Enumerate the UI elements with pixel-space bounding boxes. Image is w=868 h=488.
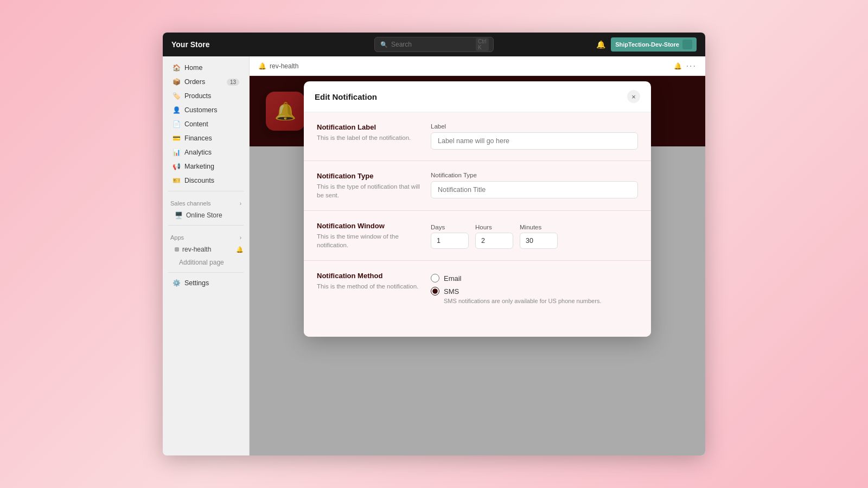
form-section-window-left: Notification Window This is the time win…: [317, 222, 420, 249]
form-section-method-right: Email SMS SMS notifications are only ava…: [431, 272, 638, 304]
sidebar-divider-2: [168, 225, 244, 226]
search-bar[interactable]: 🔍 Ctrl K: [374, 37, 494, 52]
edit-notification-modal: Edit Notification × Notification Label T…: [304, 81, 651, 337]
breadcrumb-text: rev-health: [270, 62, 298, 70]
search-shortcut: Ctrl K: [476, 38, 489, 51]
sidebar-item-label-finances: Finances: [184, 134, 212, 142]
label-section-title: Notification Label: [317, 123, 420, 131]
additional-page-label: Additional page: [179, 259, 224, 266]
form-section-type-left: Notification Type This is the type of no…: [317, 172, 420, 200]
radio-email[interactable]: Email: [431, 274, 638, 282]
sidebar: 🏠 Home 📦 Orders 13 🏷️ Products 👤 Custome…: [163, 56, 250, 455]
sidebar-divider-3: [168, 272, 244, 273]
store-badge-label: ShipTection-Dev-Store: [615, 41, 679, 48]
method-section-desc: This is the method of the notification.: [317, 282, 420, 291]
method-section-title: Notification Method: [317, 272, 420, 280]
top-bar-right: 🔔 ShipTection-Dev-Store: [494, 37, 697, 52]
type-section-title: Notification Type: [317, 172, 420, 180]
sidebar-item-label-orders: Orders: [184, 78, 205, 86]
sidebar-item-additional-page[interactable]: Additional page: [163, 256, 249, 269]
home-icon: 🏠: [173, 64, 180, 72]
window-days-field: Days: [431, 224, 469, 249]
modal-body: Notification Label This is the label of …: [304, 112, 651, 337]
settings-label: Settings: [184, 279, 209, 287]
sidebar-item-content[interactable]: 📄 Content: [165, 117, 247, 131]
sidebar-item-finances[interactable]: 💳 Finances: [165, 131, 247, 145]
sidebar-item-marketing[interactable]: 📢 Marketing: [165, 159, 247, 174]
sidebar-item-label-content: Content: [184, 120, 208, 128]
type-field-label: Notification Type: [431, 172, 638, 178]
form-section-type: Notification Type This is the type of no…: [304, 161, 651, 211]
label-field-input[interactable]: [431, 132, 638, 150]
sidebar-item-label-customers: Customers: [184, 106, 217, 114]
online-store-icon: 🖥️: [175, 211, 183, 219]
search-icon: 🔍: [380, 41, 388, 48]
sidebar-item-label-home: Home: [184, 64, 202, 72]
sidebar-item-label-analytics: Analytics: [184, 149, 212, 156]
discounts-icon: 🎫: [173, 177, 180, 184]
products-icon: 🏷️: [173, 92, 180, 100]
sidebar-item-customers[interactable]: 👤 Customers: [165, 103, 247, 117]
store-name: Your Store: [171, 40, 374, 49]
orders-badge: 13: [227, 79, 239, 86]
type-field-input[interactable]: [431, 181, 638, 198]
minutes-label: Minutes: [520, 224, 558, 230]
radio-sms[interactable]: SMS: [431, 287, 638, 296]
type-section-desc: This is the type of notification that wi…: [317, 182, 420, 200]
sidebar-item-online-store[interactable]: 🖥️ Online Store: [163, 209, 249, 222]
rev-health-notif-icon: 🔔: [236, 246, 244, 253]
modal-bottom-spacer: [304, 315, 651, 337]
store-badge[interactable]: ShipTection-Dev-Store: [611, 37, 697, 52]
label-section-desc: This is the label of the notification.: [317, 133, 420, 142]
sidebar-item-label-marketing: Marketing: [184, 163, 214, 170]
breadcrumb-bar: 🔔 rev-health 🔔 ···: [250, 56, 705, 76]
form-section-type-right: Notification Type: [431, 172, 638, 200]
sidebar-item-analytics[interactable]: 📊 Analytics: [165, 145, 247, 159]
customers-icon: 👤: [173, 106, 180, 114]
modal-title: Edit Notification: [315, 92, 377, 101]
rev-health-label: rev-health: [182, 246, 211, 253]
apps-label: Apps: [170, 234, 184, 241]
sidebar-item-settings[interactable]: ⚙️ Settings: [165, 276, 247, 290]
days-input[interactable]: [431, 233, 469, 249]
online-store-label: Online Store: [186, 211, 222, 219]
sidebar-item-home[interactable]: 🏠 Home: [165, 61, 247, 75]
modal-close-button[interactable]: ×: [627, 90, 640, 103]
sales-channels-section[interactable]: Sales channels ›: [163, 195, 249, 209]
sales-channels-label: Sales channels: [170, 200, 211, 207]
sidebar-item-products[interactable]: 🏷️ Products: [165, 89, 247, 103]
breadcrumb-notif-icon[interactable]: 🔔: [674, 62, 682, 70]
radio-email-label: Email: [444, 274, 462, 282]
radio-sms-input[interactable]: [431, 287, 439, 296]
sidebar-item-rev-health[interactable]: rev-health 🔔: [163, 243, 249, 256]
app-content: 🔔 RevUp Health Merchant Alerts Edit: [250, 76, 705, 455]
modal-header: Edit Notification ×: [304, 81, 651, 112]
apps-chevron: ›: [240, 235, 241, 241]
search-input[interactable]: [391, 41, 473, 48]
finances-icon: 💳: [173, 134, 180, 142]
hours-input[interactable]: [475, 233, 513, 249]
radio-sms-label: SMS: [444, 287, 459, 296]
orders-icon: 📦: [173, 78, 180, 86]
notification-icon[interactable]: 🔔: [596, 40, 605, 49]
settings-icon: ⚙️: [173, 279, 180, 287]
window-hours-field: Hours: [475, 224, 513, 249]
apps-section[interactable]: Apps ›: [163, 229, 249, 243]
content-icon: 📄: [173, 120, 180, 128]
window-section-title: Notification Window: [317, 222, 420, 230]
top-bar: Your Store 🔍 Ctrl K 🔔 ShipTection-Dev-St…: [163, 33, 705, 56]
sidebar-item-label-products: Products: [184, 92, 211, 100]
breadcrumb-more-icon[interactable]: ···: [686, 61, 697, 71]
sidebar-item-label-discounts: Discounts: [184, 177, 214, 184]
window-inputs: Days Hours Minutes: [431, 224, 638, 249]
rev-health-dot: [175, 247, 179, 252]
content-area: 🔔 rev-health 🔔 ··· 🔔 RevUp Health: [250, 56, 705, 455]
radio-email-input[interactable]: [431, 274, 439, 282]
breadcrumb-icon: 🔔: [258, 62, 266, 70]
sidebar-item-discounts[interactable]: 🎫 Discounts: [165, 174, 247, 188]
sidebar-item-orders[interactable]: 📦 Orders 13: [165, 75, 247, 89]
sales-channels-chevron: ›: [240, 201, 241, 207]
sidebar-divider-1: [168, 191, 244, 191]
minutes-input[interactable]: [520, 233, 558, 249]
label-field-label: Label: [431, 123, 638, 130]
